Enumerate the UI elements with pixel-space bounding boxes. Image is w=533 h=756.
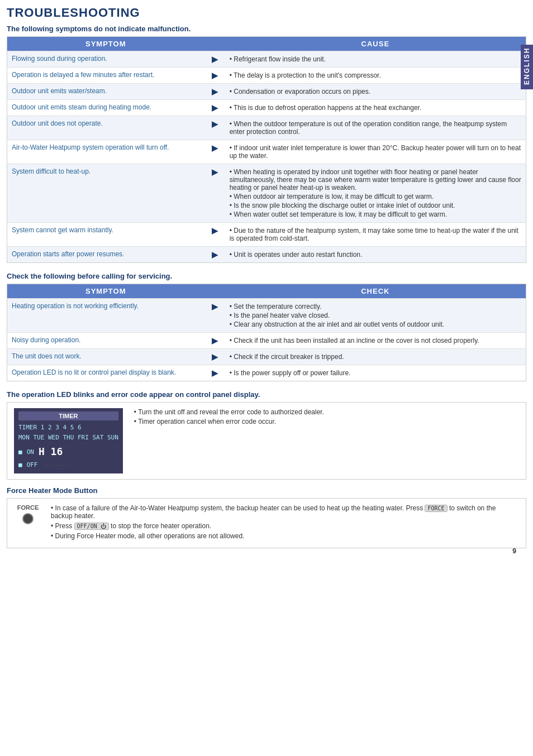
list-item: Timer operation cancel when error code o… bbox=[134, 418, 519, 425]
cause-header: CAUSE bbox=[225, 37, 526, 51]
cause-cell: Condensation or evaporation occurs on pi… bbox=[225, 84, 526, 100]
symptom-check-table: SYMPTOM CHECK Heating operation is not w… bbox=[7, 284, 526, 381]
timer-on-label: ON bbox=[27, 447, 34, 457]
arrow-icon: ▶ bbox=[204, 68, 225, 84]
check-header: CHECK bbox=[225, 284, 526, 299]
table-row: Operation LED is no lit or control panel… bbox=[7, 365, 526, 381]
list-item: When heating is operated by indoor unit … bbox=[230, 168, 521, 192]
cause-cell: If indoor unit water inlet temperature i… bbox=[225, 140, 526, 164]
symptom-cell: System cannot get warm instantly. bbox=[7, 223, 204, 247]
arrow-icon: ▶ bbox=[204, 140, 225, 164]
force-section: FORCE In case of a failure of the Air-to… bbox=[7, 498, 526, 548]
symptom-cell: Air-to-Water Heatpump system operation w… bbox=[7, 140, 204, 164]
check-cell: Set the temperature correctly.Is the pan… bbox=[225, 299, 526, 333]
list-item: Refrigerant flow inside the unit. bbox=[230, 55, 521, 64]
force-instructions: In case of a failure of the Air-to-Water… bbox=[51, 504, 519, 542]
cause-cell: When the outdoor temperature is out of t… bbox=[225, 116, 526, 140]
list-item: Clear any obstruction at the air inlet a… bbox=[230, 320, 521, 329]
timer-line2: MON TUE WED THU FRI SAT SUN bbox=[18, 433, 118, 443]
list-item: Turn the unit off and reveal the error c… bbox=[134, 408, 519, 416]
cause-cell: Due to the nature of the heatpump system… bbox=[225, 223, 526, 247]
arrow-icon: ▶ bbox=[204, 100, 225, 116]
force-button-inline: FORCE bbox=[425, 505, 447, 512]
list-item: This is due to defrost operation happens… bbox=[230, 103, 521, 112]
list-item: Unit is operates under auto restart func… bbox=[230, 250, 521, 259]
cause-cell: The delay is a protection to the unit's … bbox=[225, 68, 526, 84]
check-cell: Check if the circuit breaker is tripped. bbox=[225, 349, 526, 365]
list-item: Check if the unit has been installed at … bbox=[230, 336, 521, 345]
timer-box: TIMER TIMER 1 2 3 4 5 6 MON TUE WED THU … bbox=[14, 408, 123, 473]
page-title: TROUBLESHOOTING bbox=[7, 6, 526, 20]
cause-cell: Refrigerant flow inside the unit. bbox=[225, 51, 526, 68]
force-circle-icon bbox=[22, 513, 34, 524]
offon-button-inline: OFF/ON ⏻ bbox=[74, 523, 109, 530]
list-item: Is the power supply off or power failure… bbox=[230, 369, 521, 377]
list-item: Check if the circuit breaker is tripped. bbox=[230, 352, 521, 361]
symptom-header: SYMPTOM bbox=[7, 37, 204, 51]
list-item: Condensation or evaporation occurs on pi… bbox=[230, 87, 521, 96]
table-row: Outdoor unit emits steam during heating … bbox=[7, 100, 526, 116]
arrow-icon: ▶ bbox=[204, 349, 225, 365]
arrow-icon: ▶ bbox=[204, 365, 225, 381]
force-label-box: FORCE bbox=[14, 504, 42, 524]
section4-heading: Force Heater Mode Button bbox=[7, 486, 526, 495]
cause-cell: Unit is operates under auto restart func… bbox=[225, 247, 526, 263]
arrow-icon: ▶ bbox=[204, 333, 225, 349]
section1-heading: The following symptoms do not indicate m… bbox=[7, 25, 526, 33]
arrow-header2 bbox=[204, 284, 225, 299]
arrow-icon: ▶ bbox=[204, 299, 225, 333]
list-item: In case of a failure of the Air-to-Water… bbox=[51, 504, 519, 520]
table-row: System difficult to heat-up.▶When heatin… bbox=[7, 164, 526, 223]
table-row: Outdoor unit does not operate.▶When the … bbox=[7, 116, 526, 140]
table-row: Operation starts after power resumes.▶Un… bbox=[7, 247, 526, 263]
list-item: When water outlet set temperature is low… bbox=[230, 210, 521, 219]
symptom-cell: Operation is delayed a few minutes after… bbox=[7, 68, 204, 84]
symptom-cell: The unit does not work. bbox=[7, 349, 204, 365]
timer-off-label: OFF bbox=[27, 460, 38, 470]
arrow-icon: ▶ bbox=[204, 247, 225, 263]
symptom-cell: Operation starts after power resumes. bbox=[7, 247, 204, 263]
list-item: Is the panel heater valve closed. bbox=[230, 311, 521, 320]
arrow-icon: ▶ bbox=[204, 223, 225, 247]
arrow-header bbox=[204, 37, 225, 51]
symptom-cell: System difficult to heat-up. bbox=[7, 164, 204, 223]
list-item: Set the temperature correctly. bbox=[230, 302, 521, 311]
timer-line1: TIMER 1 2 3 4 5 6 bbox=[18, 423, 118, 433]
page-number: 9 bbox=[512, 547, 516, 555]
check-cell: Is the power supply off or power failure… bbox=[225, 365, 526, 381]
table-row: Flowing sound during operation.▶Refriger… bbox=[7, 51, 526, 68]
list-item: When the outdoor temperature is out of t… bbox=[230, 119, 521, 136]
list-item: During Force Heater mode, all other oper… bbox=[51, 532, 519, 540]
arrow-icon: ▶ bbox=[204, 164, 225, 223]
list-item: Due to the nature of the heatpump system… bbox=[230, 226, 521, 243]
force-label: FORCE bbox=[17, 504, 39, 511]
led-section: TIMER TIMER 1 2 3 4 5 6 MON TUE WED THU … bbox=[7, 402, 526, 480]
table-row: Operation is delayed a few minutes after… bbox=[7, 68, 526, 84]
symptom-cell: Flowing sound during operation. bbox=[7, 51, 204, 68]
table-row: Heating operation is not working efficie… bbox=[7, 299, 526, 333]
symptom-cell: Heating operation is not working efficie… bbox=[7, 299, 204, 333]
timer-time: H 16 bbox=[39, 444, 63, 460]
symptom-cell: Outdoor unit emits steam during heating … bbox=[7, 100, 204, 116]
symptom-header2: SYMPTOM bbox=[7, 284, 204, 299]
timer-display: TIMER 1 2 3 4 5 6 MON TUE WED THU FRI SA… bbox=[18, 423, 118, 470]
section2-heading: Check the following before calling for s… bbox=[7, 272, 526, 280]
symptom-cell: Outdoor unit emits water/steam. bbox=[7, 84, 204, 100]
symptom-cell: Outdoor unit does not operate. bbox=[7, 116, 204, 140]
led-instructions: Turn the unit off and reveal the error c… bbox=[134, 408, 519, 427]
symptom-cause-table: SYMPTOM CAUSE Flowing sound during opera… bbox=[7, 36, 526, 263]
table-row: Air-to-Water Heatpump system operation w… bbox=[7, 140, 526, 164]
list-item: When outdoor air temperature is low, it … bbox=[230, 192, 521, 201]
symptom-cell: Operation LED is no lit or control panel… bbox=[7, 365, 204, 381]
table-row: System cannot get warm instantly.▶Due to… bbox=[7, 223, 526, 247]
arrow-icon: ▶ bbox=[204, 116, 225, 140]
cause-cell: When heating is operated by indoor unit … bbox=[225, 164, 526, 223]
list-item: The delay is a protection to the unit's … bbox=[230, 71, 521, 80]
section3-heading: The operation LED blinks and error code … bbox=[7, 390, 526, 399]
table-row: Outdoor unit emits water/steam.▶Condensa… bbox=[7, 84, 526, 100]
cause-cell: This is due to defrost operation happens… bbox=[225, 100, 526, 116]
arrow-icon: ▶ bbox=[204, 51, 225, 68]
list-item: Press OFF/ON ⏻ to stop the force heater … bbox=[51, 522, 519, 530]
check-cell: Check if the unit has been installed at … bbox=[225, 333, 526, 349]
table-row: Noisy during operation.▶Check if the uni… bbox=[7, 333, 526, 349]
